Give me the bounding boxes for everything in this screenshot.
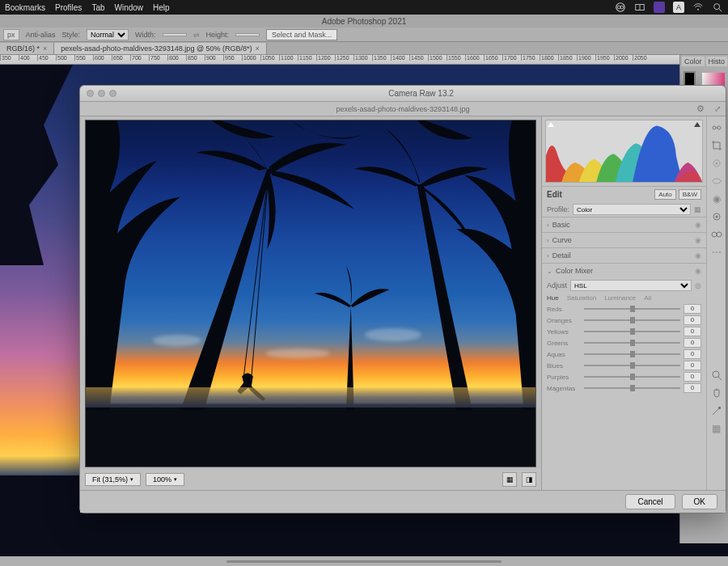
histogram[interactable] [545, 120, 703, 183]
slider-thumb[interactable] [630, 385, 635, 391]
hand-tool-icon[interactable] [710, 386, 723, 399]
fullscreen-icon[interactable]: ⤢ [714, 104, 721, 113]
spotlight-icon[interactable] [712, 2, 723, 13]
auto-button[interactable]: Auto [654, 189, 675, 200]
shadow-clip-icon[interactable] [548, 122, 554, 127]
window-zoom-icon[interactable] [109, 90, 116, 97]
chevron-down-icon: ▾ [174, 476, 177, 483]
acr-filename: pexels-asad-photo-maldives-3293148.jpg [336, 105, 469, 113]
slider-value[interactable]: 0 [684, 349, 701, 359]
slider-track[interactable] [584, 387, 680, 389]
slider-thumb[interactable] [630, 328, 635, 335]
select-and-mask-button[interactable]: Select and Mask... [266, 29, 337, 40]
menu-tab[interactable]: Tab [91, 3, 104, 12]
close-icon[interactable]: × [256, 44, 260, 53]
style-select[interactable]: Normal [87, 29, 129, 40]
edit-tool-icon[interactable] [710, 121, 723, 134]
detail-section[interactable]: › Detail ◉ [542, 247, 706, 263]
saturation-tab[interactable]: Saturation [567, 294, 596, 302]
luminance-tab[interactable]: Luminance [604, 294, 636, 302]
slider-value[interactable]: 0 [684, 315, 701, 325]
slider-track[interactable] [584, 342, 680, 344]
a-square-icon[interactable]: A [673, 2, 684, 13]
slider-label: Blues [547, 362, 581, 370]
menu-profiles[interactable]: Profiles [55, 3, 82, 12]
slider-thumb[interactable] [630, 362, 635, 369]
sampler-tool-icon[interactable] [710, 404, 723, 417]
adjust-select[interactable]: HSL [570, 280, 692, 291]
slider-track[interactable] [584, 308, 680, 310]
width-field[interactable] [163, 33, 187, 36]
menu-window[interactable]: Window [115, 3, 144, 12]
eye-tool-icon[interactable]: ◉ [710, 192, 723, 205]
slider-thumb[interactable] [630, 340, 635, 346]
slider-value[interactable]: 0 [684, 338, 701, 348]
eye-icon[interactable]: ◉ [695, 236, 701, 244]
slider-value[interactable]: 0 [684, 372, 701, 382]
histogram-panel-tab[interactable]: Histo [706, 57, 728, 66]
slider-track[interactable] [584, 331, 680, 332]
menu-help[interactable]: Help [153, 3, 170, 12]
slider-track[interactable] [584, 353, 680, 355]
eye-icon[interactable]: ◉ [695, 221, 701, 229]
close-icon[interactable]: × [43, 44, 47, 53]
cancel-button[interactable]: Cancel [625, 494, 675, 509]
zoom-tool-icon[interactable] [710, 369, 723, 382]
slider-thumb[interactable] [630, 317, 635, 323]
all-tab[interactable]: All [644, 294, 651, 302]
crop-tool-icon[interactable] [710, 139, 723, 152]
doc-tab-1[interactable]: RGB/16) *× [0, 43, 54, 54]
window-minimize-icon[interactable] [98, 90, 105, 97]
basic-section[interactable]: › Basic ◉ [542, 217, 706, 232]
slider-value[interactable]: 0 [684, 304, 701, 314]
eye-icon[interactable]: ◉ [695, 267, 701, 275]
swap-icon[interactable]: ⇄ [193, 31, 200, 39]
before-after-icon[interactable]: ◨ [522, 472, 536, 487]
window-close-icon[interactable] [87, 90, 94, 97]
bw-button[interactable]: B&W [679, 189, 701, 200]
more-icon[interactable]: ⋯ [710, 246, 723, 259]
gear-icon[interactable]: ⚙ [696, 103, 705, 114]
target-adjust-icon[interactable]: ◎ [695, 281, 701, 289]
menu-bookmarks[interactable]: Bookmarks [5, 3, 45, 12]
color-mixer-section[interactable]: ⌄ Color Mixer ◉ [542, 263, 706, 278]
eye-icon[interactable]: ◉ [695, 251, 701, 260]
color-slider-yellows: Yellows0 [542, 326, 706, 337]
curve-section[interactable]: › Curve ◉ [542, 232, 706, 247]
doc-tab-2[interactable]: pexels-asad-photo-maldives-3293148.jpg @… [54, 43, 267, 54]
height-field[interactable] [235, 33, 260, 36]
ok-button[interactable]: OK [682, 494, 717, 509]
slider-value[interactable]: 0 [684, 327, 701, 336]
hue-tab[interactable]: Hue [547, 294, 559, 302]
acr-image[interactable] [85, 120, 536, 467]
slider-value[interactable]: 0 [684, 361, 701, 370]
slider-track[interactable] [584, 365, 680, 366]
slider-value[interactable]: 0 [684, 383, 701, 393]
unit-field[interactable]: px [3, 29, 19, 40]
height-label: Height: [206, 31, 230, 39]
mask-tool-icon[interactable] [710, 175, 723, 188]
slider-track[interactable] [584, 319, 680, 321]
color-panel-tab[interactable]: Color [682, 57, 705, 66]
zoom-fit-button[interactable]: Fit (31,5%)▾ [85, 473, 141, 486]
slider-thumb[interactable] [630, 306, 635, 312]
slider-thumb[interactable] [630, 351, 635, 357]
zoom-100-button[interactable]: 100%▾ [146, 473, 184, 486]
profile-select[interactable]: Color [573, 204, 691, 215]
width-label: Width: [135, 31, 156, 39]
document-tabs: RGB/16) *× pexels-asad-photo-maldives-32… [0, 42, 728, 55]
highlight-clip-icon[interactable] [694, 122, 700, 127]
profile-browser-icon[interactable]: ▦ [694, 205, 701, 213]
redeye-tool-icon[interactable] [710, 210, 723, 223]
screens-icon[interactable] [634, 2, 645, 13]
app-square-icon[interactable] [654, 2, 665, 13]
presets-icon[interactable] [710, 228, 723, 241]
slider-thumb[interactable] [630, 374, 635, 380]
grid-tool-icon[interactable]: ▦ [710, 422, 723, 435]
cc-icon[interactable] [615, 2, 626, 13]
grid-view-icon[interactable]: ▦ [502, 472, 517, 487]
slider-track[interactable] [584, 376, 680, 378]
wifi-icon[interactable] [692, 2, 704, 13]
ruler-tick: 1250 [335, 55, 353, 61]
heal-tool-icon[interactable] [710, 157, 723, 170]
